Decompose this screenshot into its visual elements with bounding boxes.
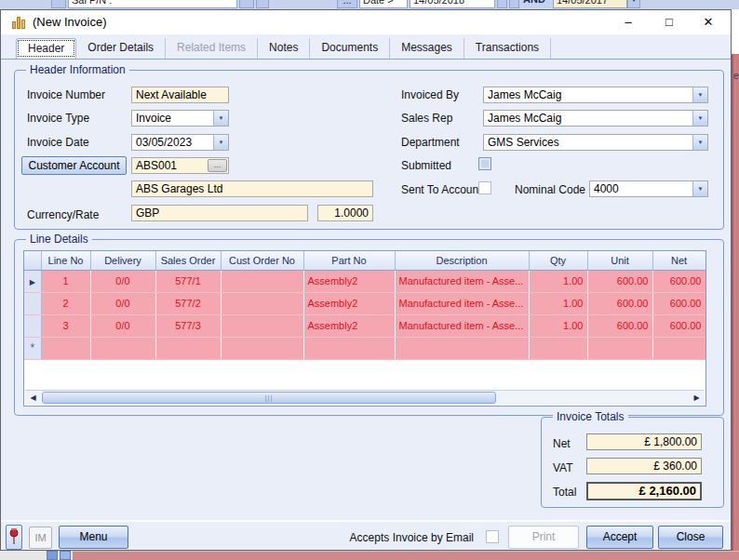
cell-part-no[interactable]: Assembly2 xyxy=(303,314,395,337)
tab-notes[interactable]: Notes xyxy=(258,38,310,59)
tab-documents[interactable]: Documents xyxy=(310,38,390,59)
cell-net[interactable]: 600.00 xyxy=(652,292,705,314)
cell-sales-order[interactable]: 577/3 xyxy=(155,314,221,337)
cell-qty[interactable]: 1.00 xyxy=(529,270,587,292)
tab-related-items: Related Items xyxy=(166,38,258,59)
empty-cell[interactable] xyxy=(41,337,90,359)
cell-description[interactable]: Manufactured item - Asse... xyxy=(395,314,529,337)
cell-delivery[interactable]: 0/0 xyxy=(90,292,155,314)
cell-net[interactable]: 600.00 xyxy=(652,314,705,337)
cell-cust-order-no[interactable] xyxy=(221,314,303,337)
maximize-button[interactable]: □ xyxy=(656,12,682,32)
horizontal-scrollbar[interactable]: ◀ ||| ▶ xyxy=(25,390,705,405)
sent-to-accounts-checkbox[interactable] xyxy=(478,181,491,194)
background-window-right-strip: e xyxy=(732,9,739,560)
invoice-type-select[interactable]: Invoice ▼ xyxy=(131,110,229,127)
chevron-down-icon[interactable]: ▼ xyxy=(213,135,228,150)
row-selector[interactable] xyxy=(24,314,41,337)
chevron-down-icon[interactable]: ▼ xyxy=(692,135,707,150)
cell-unit[interactable]: 600.00 xyxy=(587,314,652,337)
empty-cell[interactable] xyxy=(395,337,529,359)
tab-transactions[interactable]: Transactions xyxy=(464,38,551,59)
cell-unit[interactable]: 600.00 xyxy=(587,270,652,292)
empty-cell[interactable] xyxy=(652,337,705,359)
column-header-cust-order-no[interactable]: Cust Order No xyxy=(221,251,303,270)
currency-field[interactable]: GBP xyxy=(131,205,308,221)
rate-field[interactable]: 1.0000 xyxy=(317,205,373,221)
cell-part-no[interactable]: Assembly2 xyxy=(303,270,395,292)
row-selector[interactable] xyxy=(24,292,41,314)
close-window-button[interactable]: ✕ xyxy=(693,12,723,32)
sales-rep-select[interactable]: James McCaig ▼ xyxy=(483,110,708,127)
nominal-code-select[interactable]: 4000 ▼ xyxy=(589,180,708,197)
row-selector-header[interactable] xyxy=(24,251,41,270)
minimize-button[interactable]: – xyxy=(615,12,641,32)
new-row-marker-icon[interactable]: * xyxy=(24,337,41,359)
title-bar[interactable]: (New Invoice) – □ ✕ xyxy=(1,10,731,34)
cell-delivery[interactable]: 0/0 xyxy=(90,270,155,292)
empty-cell[interactable] xyxy=(155,337,221,359)
browse-ellipsis-button[interactable]: ... xyxy=(208,159,227,172)
table-row[interactable]: 20/0577/2Assembly2Manufactured item - As… xyxy=(24,292,705,314)
cell-net[interactable]: 600.00 xyxy=(652,270,705,292)
customer-account-field[interactable]: ABS001 ... xyxy=(131,157,229,174)
column-header-part-no[interactable]: Part No xyxy=(303,251,395,270)
column-header-net[interactable]: Net xyxy=(652,251,705,270)
cell-qty[interactable]: 1.00 xyxy=(529,292,587,314)
close-button[interactable]: Close xyxy=(658,526,723,549)
empty-cell[interactable] xyxy=(221,337,303,359)
chevron-down-icon[interactable]: ▼ xyxy=(692,181,707,196)
column-header-unit[interactable]: Unit xyxy=(587,251,652,270)
empty-cell[interactable] xyxy=(529,337,587,359)
column-header-line-no[interactable]: Line No xyxy=(41,251,90,270)
cell-qty[interactable]: 1.00 xyxy=(529,314,587,337)
customer-account-button[interactable]: Customer Account xyxy=(21,156,127,175)
im-button[interactable]: IM xyxy=(29,527,52,549)
cell-description[interactable]: Manufactured item - Asse... xyxy=(395,270,529,292)
cell-description[interactable]: Manufactured item - Asse... xyxy=(395,292,529,314)
tab-messages[interactable]: Messages xyxy=(390,38,464,59)
chevron-down-icon[interactable]: ▼ xyxy=(692,111,707,126)
tab-bar: HeaderOrder DetailsRelated ItemsNotesDoc… xyxy=(16,38,551,59)
scroll-right-icon[interactable]: ▶ xyxy=(690,392,704,404)
empty-cell[interactable] xyxy=(303,337,395,359)
column-header-description[interactable]: Description xyxy=(395,251,529,270)
new-row[interactable]: * xyxy=(24,337,705,359)
cell-cust-order-no[interactable] xyxy=(221,292,303,314)
invoice-number-field[interactable]: Next Available xyxy=(131,87,229,103)
scroll-left-icon[interactable]: ◀ xyxy=(26,392,40,404)
department-select[interactable]: GMS Services ▼ xyxy=(483,134,708,151)
cell-line-no[interactable]: 2 xyxy=(41,292,90,314)
accepts-invoice-by-email-checkbox[interactable] xyxy=(486,530,499,543)
invoice-date-select[interactable]: 03/05/2023 ▼ xyxy=(131,134,229,151)
chevron-down-icon[interactable]: ▼ xyxy=(692,87,707,102)
column-header-delivery[interactable]: Delivery xyxy=(90,251,155,270)
bg-date-to: 14/05/2017 xyxy=(553,0,627,8)
table-row[interactable]: ▶10/0577/1Assembly2Manufactured item - A… xyxy=(24,270,705,292)
chevron-down-icon[interactable]: ▼ xyxy=(213,111,228,126)
menu-button[interactable]: Menu xyxy=(59,526,128,549)
cell-unit[interactable]: 600.00 xyxy=(587,292,652,314)
cell-sales-order[interactable]: 577/2 xyxy=(155,292,221,314)
cell-part-no[interactable]: Assembly2 xyxy=(303,292,395,314)
table-row[interactable]: 30/0577/3Assembly2Manufactured item - As… xyxy=(24,314,705,337)
accept-button[interactable]: Accept xyxy=(586,526,653,549)
cell-cust-order-no[interactable] xyxy=(221,270,303,292)
pushpin-button[interactable] xyxy=(6,525,22,550)
tab-header[interactable]: Header xyxy=(16,38,76,59)
current-row-pointer-icon[interactable]: ▶ xyxy=(24,270,41,292)
empty-cell[interactable] xyxy=(90,337,155,359)
cell-sales-order[interactable]: 577/1 xyxy=(155,270,221,292)
empty-cell[interactable] xyxy=(587,337,652,359)
scrollbar-thumb[interactable]: ||| xyxy=(42,392,496,404)
invoiced-by-select[interactable]: James McCaig ▼ xyxy=(483,87,708,103)
cell-delivery[interactable]: 0/0 xyxy=(90,314,155,337)
line-items-grid[interactable]: Line NoDeliverySales OrderCust Order NoP… xyxy=(23,250,706,407)
tab-order-details[interactable]: Order Details xyxy=(76,38,166,59)
column-header-sales-order[interactable]: Sales Order xyxy=(155,251,221,270)
cell-line-no[interactable]: 1 xyxy=(41,270,90,292)
column-header-qty[interactable]: Qty xyxy=(529,251,587,270)
total-label: Total xyxy=(553,486,576,499)
customer-name-field[interactable]: ABS Garages Ltd xyxy=(131,180,373,197)
cell-line-no[interactable]: 3 xyxy=(41,314,90,337)
